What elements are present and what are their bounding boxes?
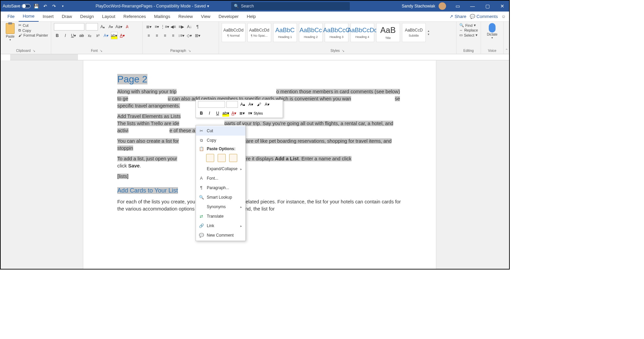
decrease-indent-icon[interactable]: ◀≡ <box>170 23 177 31</box>
cm-link[interactable]: 🔗Link▸ <box>196 221 245 231</box>
align-right-icon[interactable]: ≡ <box>162 32 168 39</box>
superscript-icon[interactable]: x² <box>95 32 101 39</box>
cm-translate[interactable]: ⇄Translate <box>196 212 245 221</box>
strike-icon[interactable]: ab <box>78 32 85 39</box>
paste-keep-source-icon[interactable] <box>206 154 214 162</box>
share-button[interactable]: ↗Share <box>449 14 466 19</box>
subscript-icon[interactable]: x₂ <box>86 32 93 39</box>
mini-underline-icon[interactable]: U <box>214 110 221 117</box>
cm-expand[interactable]: Expand/Collapse▸ <box>196 164 245 174</box>
style--no-spac-[interactable]: AaBbCcDd¶ No Spac... <box>247 23 271 42</box>
numbering-icon[interactable]: ≡▾ <box>154 23 160 31</box>
paste-text-only-icon[interactable] <box>229 154 237 162</box>
avatar[interactable] <box>439 2 446 10</box>
mini-numbering-icon[interactable]: ≡▾ <box>247 110 254 117</box>
find-button[interactable]: 🔍Find ▾ <box>459 23 478 27</box>
clear-format-icon[interactable]: A̷ <box>124 23 130 31</box>
borders-icon[interactable]: ⊞▾ <box>194 32 201 39</box>
tab-design[interactable]: Design <box>76 12 98 22</box>
tab-references[interactable]: References <box>119 12 150 22</box>
mini-format-painter-icon[interactable]: 🖌 <box>256 101 262 108</box>
font-color-icon[interactable]: A▾ <box>119 32 126 39</box>
tab-developer[interactable]: Developer <box>215 12 243 22</box>
page[interactable]: Page 2 Along with sharing your trip o me… <box>83 60 436 269</box>
style-title[interactable]: AaBTitle <box>376 23 400 42</box>
search-input[interactable]: 🔍 Search <box>231 2 350 10</box>
tab-home[interactable]: Home <box>19 12 39 22</box>
mini-bullets-icon[interactable]: ≣▾ <box>239 110 245 117</box>
mini-italic-icon[interactable]: I <box>206 110 213 117</box>
shrink-font-icon[interactable]: A▾ <box>107 23 114 31</box>
cut-button[interactable]: ✂Cut <box>18 23 48 27</box>
justify-icon[interactable]: ≡ <box>170 32 177 39</box>
smiley-icon[interactable]: ☺ <box>501 14 506 19</box>
qat-customize-icon[interactable]: ▾ <box>60 3 66 9</box>
style-heading-1[interactable]: AaBbCHeading 1 <box>273 23 297 42</box>
align-left-icon[interactable]: ≡ <box>145 32 152 39</box>
launcher-icon[interactable]: ↘ <box>188 49 191 53</box>
highlight-icon[interactable]: ab▾ <box>111 32 118 39</box>
cm-cut[interactable]: ✂Cut <box>196 126 245 136</box>
change-case-icon[interactable]: Aa▾ <box>116 23 122 31</box>
bullets-icon[interactable]: ≣▾ <box>145 23 152 31</box>
cm-paragraph[interactable]: ¶Paragraph... <box>196 183 245 193</box>
tab-draw[interactable]: Draw <box>58 12 76 22</box>
redo-icon[interactable]: ↷ <box>51 3 57 9</box>
launcher-icon[interactable]: ↘ <box>342 49 344 53</box>
shading-icon[interactable]: ◇▾ <box>186 32 193 39</box>
mini-grow-icon[interactable]: A▴ <box>239 101 246 108</box>
cm-copy[interactable]: ⧉Copy <box>196 136 245 145</box>
launcher-icon[interactable]: ↘ <box>100 49 102 53</box>
style-subtitle[interactable]: AaBbCcDSubtitle <box>402 23 426 42</box>
dictate-button[interactable]: Dictate ▾ <box>484 23 501 39</box>
cm-synonyms[interactable]: Synonyms▸ <box>196 202 245 212</box>
text-effects-icon[interactable]: A▾ <box>103 32 109 39</box>
bold-icon[interactable]: B <box>54 32 61 39</box>
paste-button[interactable]: Paste ▾ <box>3 23 17 49</box>
tab-help[interactable]: Help <box>243 12 260 22</box>
align-center-icon[interactable]: ≡ <box>154 32 160 39</box>
tab-insert[interactable]: Insert <box>39 12 58 22</box>
style-heading-3[interactable]: AaBbCcCHeading 3 <box>325 23 348 42</box>
styles-more-icon[interactable]: ▴▾ <box>428 23 432 42</box>
style-heading-4[interactable]: AaBbCcDcHeading 4 <box>350 23 374 42</box>
mini-font-color-icon[interactable]: A▾ <box>230 110 237 117</box>
underline-icon[interactable]: U▾ <box>70 32 77 39</box>
mini-size-input[interactable] <box>226 101 238 108</box>
style--normal[interactable]: AaBbCcDd¶ Normal <box>222 23 245 42</box>
mini-highlight-icon[interactable]: ab▾ <box>222 110 229 117</box>
tab-review[interactable]: Review <box>174 12 197 22</box>
tab-mailings[interactable]: Mailings <box>150 12 175 22</box>
save-icon[interactable]: 💾 <box>33 3 39 9</box>
mini-shrink-icon[interactable]: A▾ <box>247 101 254 108</box>
mini-styles-icon[interactable]: A▾ <box>264 101 270 108</box>
launcher-icon[interactable]: ↘ <box>33 49 35 53</box>
comments-button[interactable]: 💬Comments <box>470 14 498 19</box>
replace-button[interactable]: ↔Replace <box>459 28 478 32</box>
undo-icon[interactable]: ↶ <box>42 3 48 9</box>
tab-layout[interactable]: Layout <box>98 12 119 22</box>
font-name-input[interactable] <box>54 23 84 31</box>
minimize-icon[interactable]: — <box>466 1 479 12</box>
ruler[interactable] <box>10 54 509 60</box>
grow-font-icon[interactable]: A▴ <box>99 23 106 31</box>
increase-indent-icon[interactable]: ≡▶ <box>178 23 185 31</box>
line-spacing-icon[interactable]: ↕≡▾ <box>178 32 185 39</box>
maximize-icon[interactable]: ▢ <box>481 1 494 12</box>
select-button[interactable]: ▭Select ▾ <box>459 33 478 37</box>
font-size-input[interactable] <box>86 23 98 31</box>
collapse-ribbon-icon[interactable]: ⌃ <box>504 22 509 54</box>
cm-new-comment[interactable]: 💬New Comment <box>196 231 245 240</box>
tab-view[interactable]: View <box>197 12 215 22</box>
show-marks-icon[interactable]: ¶ <box>194 23 201 31</box>
tab-file[interactable]: File <box>3 12 19 22</box>
sort-icon[interactable]: A↓ <box>186 23 193 31</box>
mini-bold-icon[interactable]: B <box>198 110 205 117</box>
paste-merge-icon[interactable] <box>218 154 226 162</box>
mini-styles-button[interactable]: Styles <box>255 110 262 117</box>
cm-smart-lookup[interactable]: 🔍Smart Lookup <box>196 193 245 202</box>
format-painter-button[interactable]: 🖌Format Painter <box>18 33 48 37</box>
close-icon[interactable]: ✕ <box>496 1 509 12</box>
multilevel-icon[interactable]: ⋮≡▾ <box>162 23 168 31</box>
autosave-toggle[interactable]: AutoSave <box>3 4 31 8</box>
